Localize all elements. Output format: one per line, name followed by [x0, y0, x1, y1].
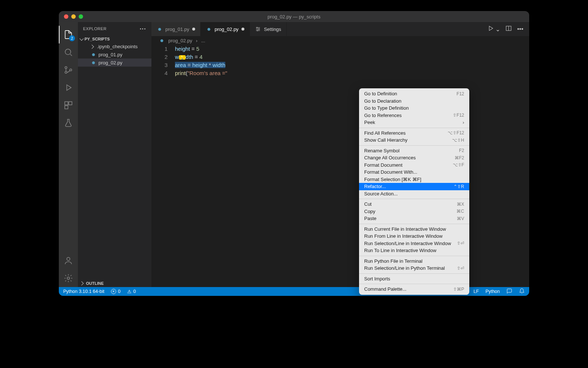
outline-header[interactable]: OUTLINE: [78, 280, 151, 287]
context-menu-item[interactable]: Run From Line in Interactive Window: [359, 233, 469, 240]
svg-point-2: [65, 71, 67, 73]
run-button[interactable]: [487, 25, 494, 33]
context-menu-label: Command Palette...: [364, 286, 406, 292]
context-menu-label: Source Action...: [364, 191, 398, 197]
extensions-icon[interactable]: [59, 96, 78, 114]
context-menu-item[interactable]: Go to References⇧F12: [359, 112, 469, 119]
sidebar: EXPLORER ••• PY_SCRIPTS .ipynb_checkpoin…: [78, 22, 151, 287]
minimize-window-icon[interactable]: [71, 14, 76, 19]
context-menu-shortcut: ⌘F2: [455, 155, 464, 160]
minimap[interactable]: [489, 45, 529, 287]
feedback-icon[interactable]: [506, 288, 512, 295]
python-file-icon: [157, 26, 162, 32]
context-menu-item[interactable]: Cut⌘X: [359, 201, 469, 208]
context-menu-item[interactable]: Run Current File in Interactive Window: [359, 226, 469, 233]
status-warnings[interactable]: ⚠0: [127, 289, 136, 294]
folder-header[interactable]: PY_SCRIPTS: [78, 35, 151, 43]
svg-point-1: [65, 67, 67, 68]
context-menu-separator: [359, 273, 469, 274]
code-editor[interactable]: 1 2 3 4 height = 5 w💡dth = 4 area = heig…: [151, 45, 529, 287]
context-menu-item[interactable]: Sort Imports: [359, 275, 469, 283]
sidebar-more-icon[interactable]: •••: [140, 26, 146, 31]
tab-prog02[interactable]: prog_02.py: [201, 22, 250, 36]
context-menu-item[interactable]: Change All Occurrences⌘F2: [359, 154, 469, 162]
close-window-icon[interactable]: [64, 14, 68, 19]
notifications-icon[interactable]: [519, 288, 525, 295]
run-dropdown-icon[interactable]: ⌄: [495, 26, 500, 33]
context-menu-item[interactable]: Rename SymbolF2: [359, 147, 469, 155]
tab-prog01[interactable]: prog_01.py: [151, 22, 201, 36]
svg-point-9: [257, 27, 258, 28]
context-menu-item[interactable]: Command Palette...⇧⌘P: [359, 286, 469, 293]
context-menu-label: Rename Symbol: [364, 148, 399, 153]
svg-point-7: [67, 257, 70, 261]
vscode-window: prog_02.py — py_scripts 2 EXPLORER •••: [59, 11, 529, 296]
context-menu-item[interactable]: Copy⌘C: [359, 208, 469, 215]
context-menu-item[interactable]: Run Selection/Line in Python Terminal⇧⏎: [359, 265, 469, 272]
sidebar-item-prog02[interactable]: prog_02.py: [78, 59, 151, 67]
editor-area: prog_01.py prog_02.py Settings ⌄ •••: [151, 22, 529, 287]
context-menu-shortcut: ⌥⇧F: [453, 162, 464, 167]
window-controls: [64, 14, 83, 19]
dirty-indicator-icon: [241, 28, 244, 31]
tab-settings[interactable]: Settings: [250, 22, 287, 36]
context-menu-label: Go to Declaration: [364, 98, 401, 104]
context-menu-separator: [359, 256, 469, 256]
context-menu-item[interactable]: Format Selection [⌘K ⌘F]: [359, 176, 469, 183]
context-menu-item[interactable]: Show Call Hierarchy⌥⇧H: [359, 137, 469, 144]
context-menu-item[interactable]: Find All References⌥⇧F12: [359, 130, 469, 137]
lightbulb-icon[interactable]: 💡: [179, 55, 186, 60]
context-menu-shortcut: F12: [456, 91, 464, 96]
editor-more-icon[interactable]: •••: [517, 26, 523, 32]
context-menu-item[interactable]: Format Document⌥⇧F: [359, 162, 469, 169]
sidebar-item-checkpoints[interactable]: .ipynb_checkpoints: [78, 43, 151, 50]
status-python-version[interactable]: Python 3.10.1 64-bit: [63, 289, 104, 294]
svg-rect-5: [69, 102, 72, 105]
context-menu-item[interactable]: Go to DefinitionF12: [359, 90, 469, 98]
context-menu-item[interactable]: Refactor...⌃⇧R: [359, 183, 469, 190]
context-menu-item[interactable]: Go to Declaration: [359, 98, 469, 105]
run-debug-icon[interactable]: [59, 79, 78, 96]
settings-icon: [255, 26, 261, 32]
context-menu-item[interactable]: Paste⌘V: [359, 215, 469, 222]
source-control-icon[interactable]: [59, 61, 78, 79]
context-menu: Go to DefinitionF12Go to DeclarationGo t…: [359, 88, 469, 295]
status-eol[interactable]: LF: [473, 289, 479, 294]
context-menu-item[interactable]: Format Document With...: [359, 169, 469, 176]
line-numbers: 1 2 3 4: [151, 45, 175, 287]
context-menu-item[interactable]: Peek›: [359, 119, 469, 126]
context-menu-shortcut: ⌥⇧H: [452, 138, 464, 143]
svg-point-8: [67, 277, 70, 280]
context-menu-separator: [359, 145, 469, 146]
context-menu-item[interactable]: Run Python File in Terminal: [359, 258, 469, 265]
status-language[interactable]: Python: [485, 289, 500, 294]
sidebar-item-prog01[interactable]: prog_01.py: [78, 50, 151, 59]
breadcrumb[interactable]: prog_02.py › ...: [151, 36, 529, 45]
status-errors[interactable]: ✕0: [111, 289, 121, 294]
python-file-icon: [159, 38, 165, 43]
search-icon[interactable]: [59, 43, 78, 61]
svg-point-11: [257, 30, 258, 31]
context-menu-label: Refactor...: [364, 184, 386, 189]
context-menu-shortcut: ⇧F12: [453, 113, 464, 118]
context-menu-item[interactable]: Run Selection/Line in Interactive Window…: [359, 240, 469, 247]
context-menu-item[interactable]: Source Action...: [359, 190, 469, 198]
context-menu-item[interactable]: Run To Line in Interactive Window: [359, 247, 469, 254]
split-editor-icon[interactable]: [505, 25, 512, 33]
context-menu-label: Format Document With...: [364, 169, 417, 175]
context-menu-label: Change All Occurrences: [364, 155, 416, 160]
context-menu-label: Run To Line in Interactive Window: [364, 248, 436, 253]
python-file-icon: [206, 26, 212, 32]
context-menu-separator: [359, 128, 469, 128]
chevron-right-icon: ›: [463, 120, 464, 125]
testing-icon[interactable]: [59, 114, 78, 132]
maximize-window-icon[interactable]: [79, 14, 83, 19]
python-file-icon: [90, 52, 96, 57]
explorer-icon[interactable]: 2: [59, 26, 78, 43]
error-icon: ✕: [111, 289, 116, 294]
context-menu-label: Sort Imports: [364, 276, 390, 282]
context-menu-item[interactable]: Go to Type Definition: [359, 105, 469, 112]
settings-gear-icon[interactable]: [59, 269, 78, 287]
context-menu-label: Cut: [364, 201, 372, 207]
accounts-icon[interactable]: [59, 252, 78, 269]
